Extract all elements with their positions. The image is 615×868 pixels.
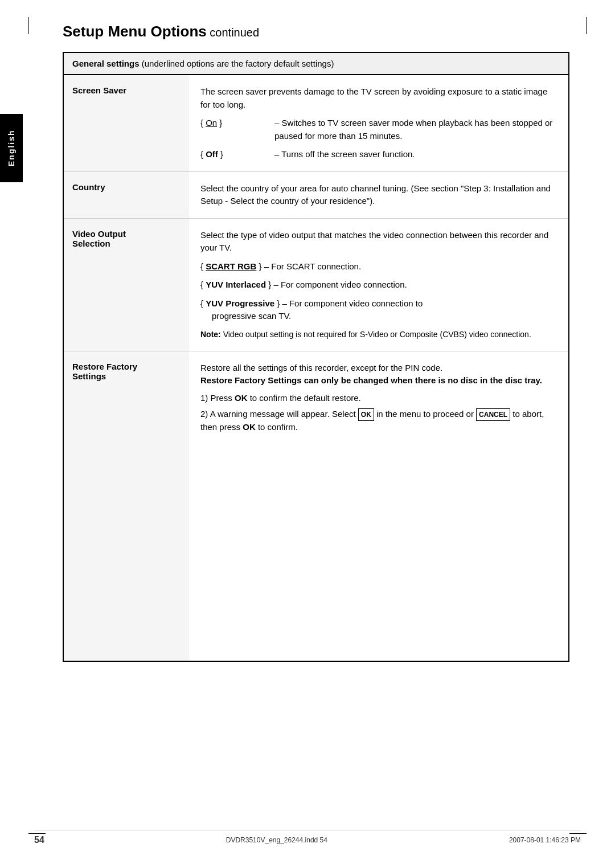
- screen-saver-off-option: { Off } – Turns off the screen saver fun…: [200, 148, 557, 161]
- screen-saver-off-desc: – Turns off the screen saver function.: [274, 148, 557, 161]
- country-content: Select the country of your area for auto…: [189, 172, 568, 218]
- screen-saver-on-option: { On } – Switches to TV screen saver mod…: [200, 117, 557, 142]
- footer-left: DVDR3510V_eng_26244.indd 54: [226, 836, 327, 844]
- english-tab-label: English: [7, 130, 16, 167]
- ok-text-1: OK: [235, 393, 248, 403]
- bottom-spacer: [200, 434, 557, 650]
- video-output-label: Video Output Selection: [64, 219, 189, 351]
- yuv-progressive-option: { YUV Progressive } – For component vide…: [200, 297, 557, 310]
- general-settings-header: General settings (underlined options are…: [64, 53, 568, 75]
- screen-saver-off-key: { Off }: [200, 148, 274, 161]
- restore-factory-content: Restore all the settings of this recorde…: [189, 351, 568, 661]
- yuv-interlaced-desc: { YUV Interlaced } – For component video…: [200, 279, 557, 292]
- screen-saver-content: The screen saver prevents damage to the …: [189, 75, 568, 171]
- video-output-note: Note: Video output setting is not requir…: [200, 329, 557, 341]
- restore-factory-steps: 1) Press OK to confirm the default resto…: [200, 392, 557, 434]
- screen-saver-description: The screen saver prevents damage to the …: [200, 87, 547, 109]
- yuv-progressive-desc: { YUV Progressive } – For component vide…: [200, 297, 557, 310]
- main-table: General settings (underlined options are…: [63, 52, 569, 662]
- page-number: 54: [34, 835, 44, 845]
- video-output-row: Video Output Selection Select the type o…: [64, 219, 568, 351]
- page-title-continued: continued: [207, 26, 259, 39]
- cancel-box: CANCEL: [476, 408, 510, 421]
- country-label: Country: [64, 172, 189, 218]
- country-description: Select the country of your area for auto…: [200, 183, 551, 206]
- screen-saver-off-key-text: Off: [206, 149, 218, 159]
- screen-saver-off-dash: –: [274, 149, 281, 159]
- page-title-main: Setup Menu Options: [63, 23, 207, 40]
- scart-key: SCART RGB: [206, 261, 256, 271]
- screen-saver-on-key-text: On: [206, 118, 217, 128]
- video-output-label-line1: Video Output: [72, 229, 126, 239]
- video-output-description: Select the type of video output that mat…: [200, 230, 548, 253]
- restore-factory-label-line2: Settings: [72, 371, 106, 381]
- yuv-interlaced-key: YUV Interlaced: [206, 280, 266, 289]
- video-output-content: Select the type of video output that mat…: [189, 219, 568, 351]
- restore-step-2: 2) A warning message will appear. Select…: [200, 408, 557, 434]
- page-wrapper: English Setup Menu Options continued Gen…: [0, 0, 615, 868]
- screen-saver-on-key: { On }: [200, 117, 274, 130]
- scart-desc: { SCART RGB } – For SCART connection.: [200, 260, 557, 273]
- ok-text-2: OK: [243, 422, 256, 432]
- yuv-progressive-key: YUV Progressive: [206, 298, 274, 308]
- page-title: Setup Menu Options continued: [63, 23, 581, 40]
- footer-right: 2007-08-01 1:46:23 PM: [509, 836, 581, 844]
- corner-mark-tr: [586, 17, 587, 34]
- yuv-progressive-key-wrap: { YUV Progressive } – For component vide…: [200, 297, 423, 310]
- screen-saver-label: Screen Saver: [64, 75, 189, 171]
- restore-factory-label-line1: Restore Factory: [72, 362, 137, 371]
- video-output-label-line2: Selection: [72, 239, 110, 248]
- note-label: Note:: [200, 330, 221, 339]
- ok-box: OK: [358, 408, 374, 421]
- screen-saver-label-text: Screen Saver: [72, 85, 126, 95]
- country-row: Country Select the country of your area …: [64, 172, 568, 219]
- yuv-progressive-indent: progressive scan TV.: [212, 310, 557, 323]
- corner-mark-tl: [28, 17, 29, 34]
- general-settings-note: (underlined options are the factory defa…: [140, 59, 334, 68]
- restore-factory-desc2: Restore Factory Settings can only be cha…: [200, 375, 542, 385]
- restore-factory-label: Restore Factory Settings: [64, 351, 189, 661]
- restore-factory-row: Restore Factory Settings Restore all the…: [64, 351, 568, 661]
- page-footer: 54 DVDR3510V_eng_26244.indd 54 2007-08-0…: [34, 830, 581, 845]
- screen-saver-on-desc: – Switches to TV screen saver mode when …: [274, 117, 557, 142]
- restore-factory-desc1: Restore all the settings of this recorde…: [200, 363, 442, 372]
- restore-step-1: 1) Press OK to confirm the default resto…: [200, 392, 557, 405]
- yuv-interlaced-option: { YUV Interlaced } – For component video…: [200, 279, 557, 292]
- screen-saver-row: Screen Saver The screen saver prevents d…: [64, 75, 568, 172]
- english-tab: English: [0, 114, 23, 182]
- screen-saver-on-dash: –: [274, 118, 282, 128]
- scart-option: { SCART RGB } – For SCART connection.: [200, 260, 557, 273]
- general-settings-title: General settings: [72, 59, 140, 68]
- country-label-text: Country: [72, 182, 105, 192]
